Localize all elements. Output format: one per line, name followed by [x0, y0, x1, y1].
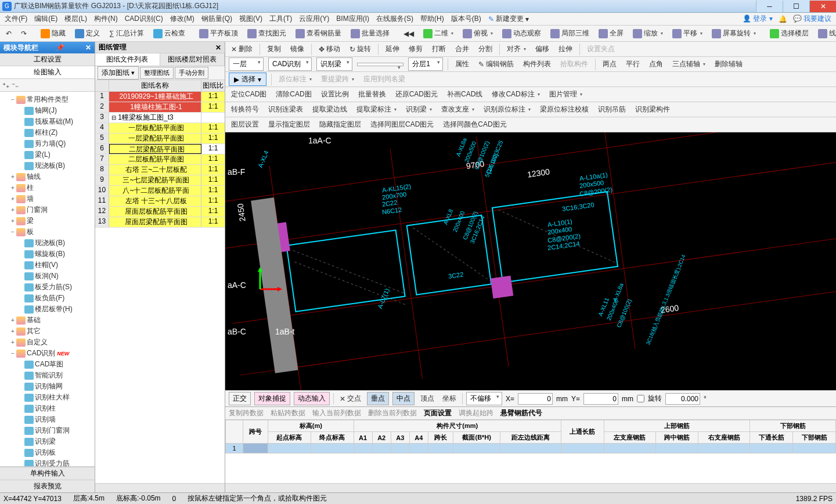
dm-tab-floormap[interactable]: 图纸楼层对照表: [160, 53, 225, 66]
extract-annot-button[interactable]: 提取梁标注: [354, 103, 399, 116]
three-pt-button[interactable]: 三点辅轴: [670, 58, 708, 70]
hide-button[interactable]: 隐藏: [38, 27, 68, 39]
dm-tab-filelist[interactable]: 图纸文件列表: [95, 53, 160, 66]
menu-tools[interactable]: 工具(T): [269, 14, 292, 24]
merge-button[interactable]: 合并: [453, 43, 471, 55]
menu-edit[interactable]: 编辑(E): [34, 14, 57, 24]
locate-cad-button[interactable]: 定位CAD图: [229, 88, 269, 100]
nav-close-icon[interactable]: ✕: [85, 44, 91, 52]
tree-folder[interactable]: −CAD识别NEW: [1, 348, 93, 359]
view-rebar-button[interactable]: 查看钢筋量: [293, 27, 344, 39]
menu-cad[interactable]: CAD识别(C): [125, 14, 163, 24]
stretch-button[interactable]: 拉伸: [556, 43, 575, 55]
tree-leaf[interactable]: 板洞(N): [1, 271, 93, 282]
cad-viewport[interactable]: 1aA-C aB-F aA-C aB-C 1aB-t 12300 9700 26…: [225, 132, 836, 390]
maximize-button[interactable]: ☐: [783, 1, 809, 12]
tree-leaf[interactable]: 识别柱: [1, 403, 93, 414]
undo-button[interactable]: ↶: [3, 28, 14, 39]
tab-eng-set[interactable]: 工程设置: [0, 53, 95, 66]
menu-online[interactable]: 在线服务(S): [376, 14, 413, 24]
tree-folder[interactable]: +门窗洞: [1, 204, 93, 215]
props-button[interactable]: 属性: [453, 58, 471, 70]
tree-folder[interactable]: +基础: [1, 315, 93, 326]
pan-button[interactable]: 平移: [670, 27, 705, 39]
tree-leaf[interactable]: 识别门窗洞: [1, 425, 93, 436]
mid-button[interactable]: 中点: [392, 392, 415, 405]
tree-leaf[interactable]: 梁(L): [1, 149, 93, 160]
rec-beam-comp-button[interactable]: 识别梁构件: [633, 103, 672, 116]
tree-leaf[interactable]: 现浇板(B): [1, 160, 93, 171]
apply-same-button[interactable]: 应用到同名梁: [361, 73, 408, 85]
drawing-row[interactable]: 7二层板配筋平面图1:1: [95, 154, 225, 165]
trim-button[interactable]: 修剪: [406, 43, 425, 55]
cantilever-tab[interactable]: 悬臂钢筋代号: [500, 408, 542, 418]
convert-sym-button[interactable]: 转换符号: [229, 103, 261, 116]
tree-folder[interactable]: +柱: [1, 182, 93, 193]
screen-rotate-button[interactable]: 屏幕旋转: [709, 27, 758, 39]
tree-folder[interactable]: +墙: [1, 193, 93, 204]
parallel-button[interactable]: 平行: [624, 58, 642, 70]
empty-dropdown[interactable]: [357, 63, 403, 66]
tree-folder[interactable]: +梁: [1, 215, 93, 226]
check-support-button[interactable]: 查改支座: [439, 103, 477, 116]
organize-drawing-button[interactable]: 整理图纸: [140, 67, 174, 79]
cad-rec-dropdown[interactable]: CAD识别: [268, 57, 312, 71]
edit-cad-annot-button[interactable]: 修改CAD标注: [489, 88, 542, 100]
menu-view[interactable]: 视图(V): [239, 14, 262, 24]
tree-leaf[interactable]: 螺旋板(B): [1, 249, 93, 260]
local-3d-button[interactable]: 局部三维: [548, 27, 592, 39]
clear-cad-button[interactable]: 清除CAD图: [273, 88, 314, 100]
menu-bim[interactable]: BIM应用(I): [336, 14, 369, 24]
tree-folder[interactable]: +自定义: [1, 337, 93, 348]
split-button[interactable]: 分割: [476, 43, 495, 55]
tree-leaf[interactable]: 识别梁: [1, 436, 93, 447]
swap-start-tab[interactable]: 调换起始跨: [459, 408, 493, 418]
drawing-row[interactable]: 11左塔 十三~十八层板1:1: [95, 196, 225, 207]
menu-file[interactable]: 文件(F): [5, 14, 27, 24]
menu-modify[interactable]: 修改(M): [170, 14, 194, 24]
copy-span-tab[interactable]: 复制跨数据: [229, 408, 264, 418]
drawing-row[interactable]: 5一层梁配筋平面图1:1: [95, 134, 225, 144]
tree-leaf[interactable]: 筏板基础(M): [1, 116, 93, 127]
restore-cad-button[interactable]: 还原CAD图元: [393, 88, 440, 100]
orig-annot-button[interactable]: 原位标注: [276, 73, 314, 85]
login-link[interactable]: 👤 登录 ▾: [743, 14, 773, 24]
delete-button[interactable]: ✕ 删除: [229, 43, 255, 55]
report-tab[interactable]: 报表预览: [0, 480, 95, 492]
view2d-button[interactable]: 二维: [421, 27, 456, 39]
add-cad-line-button[interactable]: 补画CAD线: [445, 88, 485, 100]
tree-leaf[interactable]: 轴网(J): [1, 105, 93, 116]
batch-replace-button[interactable]: 批量替换: [356, 88, 388, 100]
tree-folder[interactable]: −板: [1, 226, 93, 237]
angle-input[interactable]: [665, 393, 700, 405]
x-input[interactable]: [518, 393, 553, 405]
dyn-observe-button[interactable]: 动态观察: [500, 27, 543, 39]
drawing-row[interactable]: 10八~十二层板配筋平面1:1: [95, 186, 225, 196]
pic-mgmt-button[interactable]: 图片管理: [547, 88, 585, 100]
dm-close-icon[interactable]: ✕: [215, 44, 221, 52]
new-change-button[interactable]: ✎新建变更 ▾: [488, 14, 529, 24]
batch-sel-button[interactable]: 批量选择: [348, 27, 392, 39]
sel-floor-button[interactable]: 选择楼层: [767, 27, 811, 39]
move-button[interactable]: ✥ 移动: [316, 43, 343, 55]
menu-help[interactable]: 帮助(H): [420, 14, 444, 24]
coord-button[interactable]: 坐标: [440, 393, 459, 405]
re-extract-button[interactable]: 重提梁跨: [319, 73, 356, 85]
snap-toggle[interactable]: 对象捕捉: [254, 392, 290, 405]
auto-rec-beam-button[interactable]: 识别梁: [403, 103, 434, 116]
extract-edge-button[interactable]: 提取梁边线: [310, 103, 349, 116]
bell-icon[interactable]: 🔔: [779, 15, 787, 23]
tab-draw-input[interactable]: 绘图输入: [0, 66, 95, 79]
offset-button[interactable]: 偏移: [533, 43, 552, 55]
level-top-button[interactable]: 平齐板顶: [197, 27, 240, 39]
overlook-button[interactable]: 俯视: [460, 27, 495, 39]
dyn-input-toggle[interactable]: 动态输入: [294, 392, 330, 405]
extend-button[interactable]: 延伸: [383, 43, 402, 55]
menu-floor[interactable]: 楼层(L): [64, 14, 87, 24]
pick-comp-button[interactable]: 拾取构件: [558, 58, 590, 70]
drawing-row[interactable]: 3⊟ 1幢梁板施工图_t3: [95, 113, 225, 123]
y-input[interactable]: [583, 393, 618, 405]
sel-same-color-button[interactable]: 选择同颜色CAD图元: [441, 118, 509, 131]
zoom-button[interactable]: 缩放: [630, 27, 665, 39]
dm-hscroll[interactable]: [95, 483, 225, 492]
